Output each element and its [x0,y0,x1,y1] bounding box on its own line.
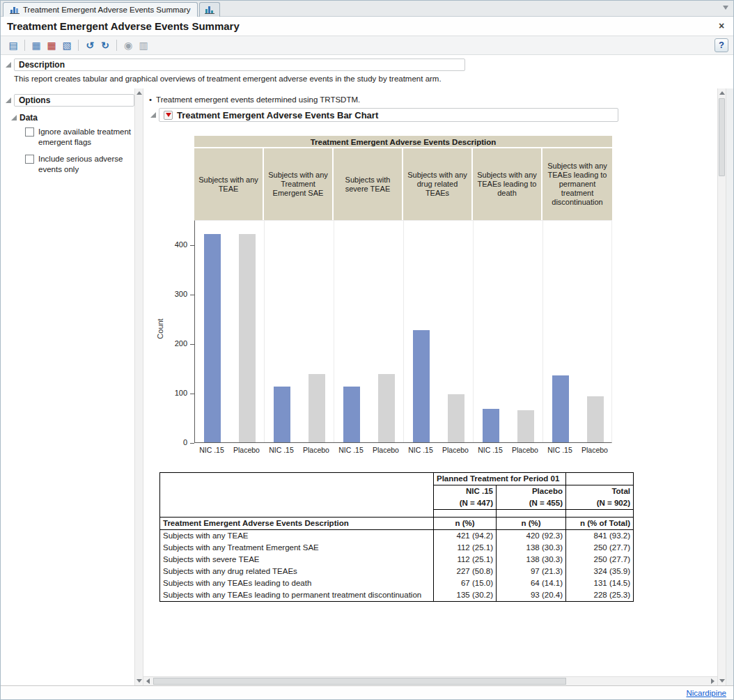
description-section: Description This report creates tabular … [1,55,733,88]
column-n: (N = 455) [497,497,566,510]
plot-wrap: Count 0100200300400 [194,220,613,443]
cell-value: 138 (30.3) [497,542,566,554]
disclosure-icon[interactable] [6,98,11,103]
table-row: Subjects with any Treatment Emergent SAE… [160,542,634,554]
row-label: Subjects with any TEAEs leading to death [160,577,434,589]
bullet-icon: • [149,95,152,104]
ae-table-body: Subjects with any TEAE421 (94.2)420 (92.… [160,530,634,602]
cell-value: 64 (14.1) [497,577,566,589]
horizontal-scroll-thumb[interactable] [153,678,566,685]
toolbar-separator [24,40,25,51]
chart-column-header: Subjects with any TEAE [194,148,264,220]
scroll-right-icon[interactable] [708,677,717,685]
web-report-icon[interactable]: ◉ [121,38,135,52]
checkbox-item[interactable]: Ignore available treatment emergent flag… [25,127,134,148]
chart-column [265,221,334,442]
report-scrollbar[interactable] [717,88,726,685]
x-label-group: NIC .15Placebo [264,446,334,454]
relaunch-script-icon[interactable]: ↻ [98,38,112,52]
scroll-down-icon[interactable] [135,676,143,685]
tab-teae-summary[interactable]: Treatment Emergent Adverse Events Summar… [3,2,198,17]
bar-nic-15 [204,234,221,442]
bar-placebo [517,410,534,442]
subheader: n (% of Total) [566,518,634,530]
chart-column-header: Subjects with any TEAEs leading to death [473,148,542,220]
x-tick-label: NIC .15 [264,446,299,454]
disclosure-icon[interactable] [6,62,11,68]
scroll-down-icon[interactable] [718,676,726,685]
y-tick-mark [190,295,194,295]
close-icon[interactable]: × [716,21,727,32]
histogram-icon [10,6,19,14]
checkbox[interactable] [25,127,34,137]
tab-bar: Treatment Emergent Adverse Events Summar… [1,1,733,17]
y-tick-label: 100 [162,389,187,397]
data-group-header: Data [19,113,38,123]
cell-value: 227 (50.8) [434,566,497,577]
x-labels: NIC .15PlaceboNIC .15PlaceboNIC .15Place… [194,446,612,454]
cell-value: 67 (15.0) [434,577,497,589]
bar-chart: Treatment Emergent Adverse Events Descri… [194,136,613,454]
disclosure-icon[interactable] [150,112,156,118]
y-tick-mark [190,394,194,394]
new-data-table-icon[interactable]: ▦ [29,38,43,52]
cell-value: 112 (25.1) [434,554,497,566]
bar-chart-section-header[interactable]: Treatment Emergent Adverse Events Bar Ch… [159,108,618,122]
toolbar: ▤▦▦▧↺↻◉▥ ? [1,36,733,55]
tab-list-dropdown-icon[interactable] [723,6,728,10]
right-gutter [726,88,733,685]
checkbox-item[interactable]: Include serious adverse events only [25,154,134,175]
tab-label: Treatment Emergent Adverse Events Summar… [23,6,191,14]
bar-placebo [239,234,256,442]
table-row: Subjects with any drug related TEAEs227 … [160,566,634,577]
report-area: • Treatment emergent events determined u… [143,88,717,685]
y-tick-mark [190,443,194,444]
x-tick-label: NIC .15 [473,446,508,454]
checkbox-label: Ignore available treatment emergent flag… [38,127,134,148]
y-tick-mark [190,344,194,345]
app-window: Treatment Emergent Adverse Events Summar… [0,0,734,700]
help-button[interactable]: ? [715,38,728,52]
scroll-up-icon[interactable] [135,88,143,98]
bar-placebo [309,374,325,442]
x-label-group: NIC .15Placebo [194,446,264,454]
scroll-up-icon[interactable] [718,88,726,98]
table-row: Subjects with any TEAEs leading to death… [160,577,634,589]
column-header: NIC .15 [434,485,497,498]
column-n: (N = 447) [434,497,497,510]
x-tick-label: Placebo [438,446,473,454]
cell-value: 250 (27.7) [566,554,634,566]
checkbox[interactable] [25,155,34,164]
bar-placebo [587,396,604,442]
scroll-left-icon[interactable] [143,677,153,685]
options-header[interactable]: Options [14,94,134,107]
section-title: Treatment Emergent Adverse Events Bar Ch… [177,110,378,120]
journal-icon[interactable]: ▤ [6,38,20,52]
description-header[interactable]: Description [14,59,465,71]
chart-title: Treatment Emergent Adverse Events Descri… [194,136,612,148]
tab-chart[interactable] [199,2,220,17]
study-link[interactable]: Nicardipine [686,689,726,697]
horizontal-scrollbar[interactable] [143,676,717,685]
vertical-scroll-thumb[interactable] [719,98,725,176]
row-label: Subjects with any TEAEs leading to perma… [160,589,434,602]
bar-placebo [378,374,395,442]
disclosure-icon[interactable] [11,115,17,120]
red-triangle-menu-icon[interactable] [164,111,173,120]
graph-icon[interactable]: ▥ [136,38,150,52]
x-tick-label: NIC .15 [334,446,368,454]
options-scrollbar[interactable] [134,88,143,685]
rerun-script-icon[interactable]: ↺ [83,38,97,52]
bar-placebo [448,394,464,442]
red-data-table-icon[interactable]: ▦ [45,38,58,52]
cell-value: 93 (20.4) [497,589,566,602]
chart-column-header: Subjects with any TEAEs leading to perma… [542,148,612,220]
cell-value: 138 (30.3) [497,554,566,566]
subheader: n (%) [434,518,497,530]
page-title: Treatment Emergent Adverse Events Summar… [7,20,240,32]
transfer-data-table-icon[interactable]: ▧ [60,38,74,52]
x-label-group: NIC .15Placebo [334,446,403,454]
x-tick-label: NIC .15 [194,446,229,454]
bar-chart-icon [205,6,214,14]
note-text: Treatment emergent events determined usi… [156,95,360,104]
